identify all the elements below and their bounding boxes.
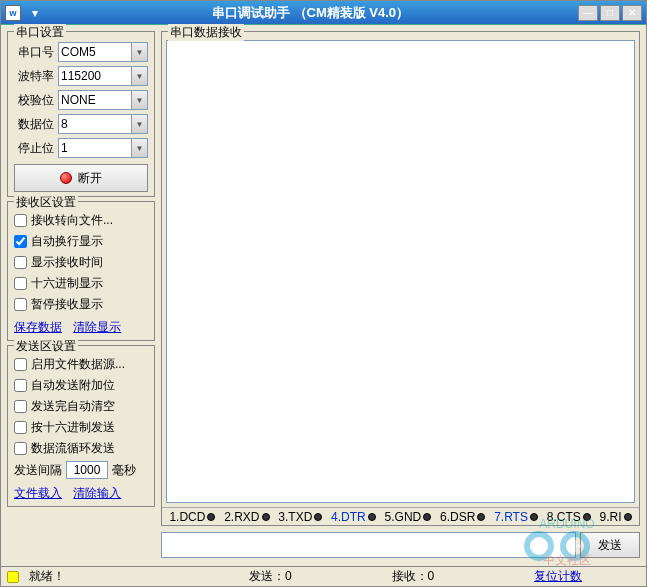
show-time-checkbox[interactable]: 显示接收时间: [14, 254, 148, 271]
gnd-indicator-icon: [423, 513, 431, 521]
system-menu-dropdown[interactable]: ▾: [27, 6, 43, 20]
ri-indicator-icon: [624, 513, 632, 521]
recv-textarea[interactable]: [166, 40, 635, 503]
txd-indicator-icon: [314, 513, 322, 521]
parity-combo[interactable]: NONE▼: [58, 90, 148, 110]
right-panel: 串口数据接收 1.DCD 2.RXD 3.TXD 4.DTR 5.GND 6.D…: [161, 31, 640, 560]
auto-wrap-checkbox[interactable]: 自动换行显示: [14, 233, 148, 250]
txd-label: 3.TXD: [278, 510, 312, 524]
dcd-indicator-icon: [207, 513, 215, 521]
send-settings-group: 发送区设置 启用文件数据源... 自动发送附加位 发送完自动清空 按十六进制发送…: [7, 345, 155, 507]
serial-settings-title: 串口设置: [14, 24, 66, 41]
recv-settings-group: 接收区设置 接收转向文件... 自动换行显示 显示接收时间 十六进制显示 暂停接…: [7, 201, 155, 341]
file-load-link[interactable]: 文件载入: [14, 486, 62, 500]
hex-display-checkbox[interactable]: 十六进制显示: [14, 275, 148, 292]
status-icon: [7, 571, 19, 583]
send-input[interactable]: [161, 532, 576, 558]
auto-append-checkbox[interactable]: 自动发送附加位: [14, 377, 148, 394]
cts-indicator-icon: [583, 513, 591, 521]
interval-label: 发送间隔: [14, 462, 62, 479]
rxd-indicator-icon: [262, 513, 270, 521]
save-data-link[interactable]: 保存数据: [14, 320, 62, 334]
clear-display-link[interactable]: 清除显示: [73, 320, 121, 334]
dtr-indicator-icon: [368, 513, 376, 521]
titlebar[interactable]: w ▾ 串口调试助手 （CM精装版 V4.0） — □ ✕: [1, 1, 646, 25]
file-source-checkbox[interactable]: 启用文件数据源...: [14, 356, 148, 373]
send-row: 发送: [161, 530, 640, 560]
left-panel: 串口设置 串口号 COM5▼ 波特率 115200▼ 校验位 NONE▼ 数据位…: [7, 31, 155, 560]
reset-count-link[interactable]: 复位计数: [534, 568, 582, 585]
connection-status-icon: [60, 172, 72, 184]
databits-combo[interactable]: 8▼: [58, 114, 148, 134]
rts-indicator-icon: [530, 513, 538, 521]
baud-label: 波特率: [14, 68, 54, 85]
rts-label[interactable]: 7.RTS: [494, 510, 528, 524]
baud-combo[interactable]: 115200▼: [58, 66, 148, 86]
send-settings-title: 发送区设置: [14, 338, 78, 355]
redirect-file-checkbox[interactable]: 接收转向文件...: [14, 212, 148, 229]
auto-clear-checkbox[interactable]: 发送完自动清空: [14, 398, 148, 415]
window-title: 串口调试助手 （CM精装版 V4.0）: [43, 4, 578, 22]
statusbar: 就绪！ 发送：0 接收：0 复位计数: [1, 566, 646, 586]
main-window: w ▾ 串口调试助手 （CM精装版 V4.0） — □ ✕ 串口设置 串口号 C…: [0, 0, 647, 587]
hex-send-checkbox[interactable]: 按十六进制发送: [14, 419, 148, 436]
content-area: 串口设置 串口号 COM5▼ 波特率 115200▼ 校验位 NONE▼ 数据位…: [1, 25, 646, 566]
ri-label: 9.RI: [600, 510, 622, 524]
databits-label: 数据位: [14, 116, 54, 133]
serial-settings-group: 串口设置 串口号 COM5▼ 波特率 115200▼ 校验位 NONE▼ 数据位…: [7, 31, 155, 197]
port-label: 串口号: [14, 44, 54, 61]
stopbits-label: 停止位: [14, 140, 54, 157]
status-ready-text: 就绪！: [29, 568, 189, 585]
chevron-down-icon[interactable]: ▼: [131, 139, 147, 157]
interval-input[interactable]: [66, 461, 108, 479]
stopbits-combo[interactable]: 1▼: [58, 138, 148, 158]
parity-label: 校验位: [14, 92, 54, 109]
cts-label: 8.CTS: [547, 510, 581, 524]
chevron-down-icon[interactable]: ▼: [131, 115, 147, 133]
minimize-button[interactable]: —: [578, 5, 598, 21]
gnd-label: 5.GND: [385, 510, 422, 524]
rxd-label: 2.RXD: [224, 510, 259, 524]
pause-recv-checkbox[interactable]: 暂停接收显示: [14, 296, 148, 313]
recv-data-group: 串口数据接收 1.DCD 2.RXD 3.TXD 4.DTR 5.GND 6.D…: [161, 31, 640, 526]
recv-data-title: 串口数据接收: [168, 24, 244, 41]
disconnect-label: 断开: [78, 170, 102, 187]
send-button[interactable]: 发送: [580, 532, 640, 558]
maximize-button[interactable]: □: [600, 5, 620, 21]
loop-send-checkbox[interactable]: 数据流循环发送: [14, 440, 148, 457]
dsr-label: 6.DSR: [440, 510, 475, 524]
signal-status-bar: 1.DCD 2.RXD 3.TXD 4.DTR 5.GND 6.DSR 7.RT…: [162, 507, 639, 525]
chevron-down-icon[interactable]: ▼: [131, 91, 147, 109]
disconnect-button[interactable]: 断开: [14, 164, 148, 192]
port-combo[interactable]: COM5▼: [58, 42, 148, 62]
chevron-down-icon[interactable]: ▼: [131, 43, 147, 61]
chevron-down-icon[interactable]: ▼: [131, 67, 147, 85]
dcd-label: 1.DCD: [169, 510, 205, 524]
interval-unit: 毫秒: [112, 462, 136, 479]
status-recv-count: 接收：0: [392, 568, 435, 585]
close-button[interactable]: ✕: [622, 5, 642, 21]
app-icon: w: [5, 5, 21, 21]
status-send-count: 发送：0: [249, 568, 292, 585]
dsr-indicator-icon: [477, 513, 485, 521]
clear-input-link[interactable]: 清除输入: [73, 486, 121, 500]
dtr-label[interactable]: 4.DTR: [331, 510, 366, 524]
recv-settings-title: 接收区设置: [14, 194, 78, 211]
